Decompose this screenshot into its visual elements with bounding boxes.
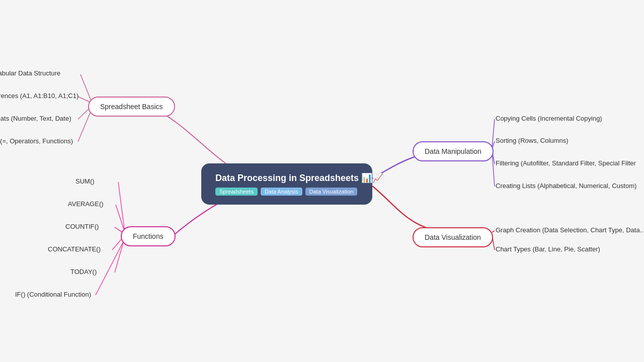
data-manipulation-node[interactable]: Data Manipulation	[413, 141, 494, 161]
center-node[interactable]: Data Processing in Spreadsheets 📊📈 Sprea…	[201, 163, 372, 205]
functions-label: Functions	[133, 232, 164, 240]
tag-data-analysis: Data Analysis	[261, 188, 302, 196]
leaf-sum: SUM()	[75, 177, 95, 185]
svg-line-5	[116, 205, 125, 232]
tag-data-visualization: Data Visualization	[305, 188, 358, 196]
svg-line-0	[80, 74, 92, 103]
leaf-references: erences (A1, A1:B10, A1;C1)	[0, 92, 78, 100]
functions-node[interactable]: Functions	[121, 226, 176, 246]
mindmap-canvas: Data Processing in Spreadsheets 📊📈 Sprea…	[0, 0, 644, 362]
center-title: Data Processing in Spreadsheets 📊📈	[215, 172, 383, 184]
leaf-copying: Copying Cells (Incremental Copying)	[496, 115, 602, 122]
data-visualization-node[interactable]: Data Visualization	[413, 227, 493, 247]
svg-line-14	[492, 231, 495, 232]
leaf-sorting: Sorting (Rows, Columns)	[496, 137, 569, 144]
tag-spreadsheets: Spreadsheets	[215, 188, 258, 196]
leaf-lists: Creating Lists (Alphabetical, Numerical,…	[496, 182, 636, 190]
leaf-today: TODAY()	[70, 268, 97, 276]
spreadsheet-basics-node[interactable]: Spreadsheet Basics	[88, 97, 175, 117]
leaf-filtering: Filtering (Autofilter, Standard Filter, …	[496, 159, 636, 167]
leaf-tabular: Tabular Data Structure	[0, 69, 60, 77]
svg-line-10	[492, 119, 495, 147]
leaf-countif: COUNTIF()	[65, 223, 99, 230]
svg-line-3	[78, 108, 92, 142]
leaf-concatenate: CONCATENATE()	[48, 245, 101, 253]
svg-line-4	[118, 182, 125, 232]
leaf-average: AVERAGE()	[68, 200, 104, 208]
leaf-graph: Graph Creation (Data Selection, Chart Ty…	[496, 226, 644, 234]
leaf-if: IF() (Conditional Function)	[15, 291, 91, 298]
spreadsheet-basics-label: Spreadsheet Basics	[100, 103, 163, 111]
center-tags: Spreadsheets Data Analysis Data Visualiz…	[215, 188, 357, 196]
leaf-formulas: s (=, Operators, Functions)	[0, 137, 73, 145]
data-manipulation-label: Data Manipulation	[425, 147, 481, 155]
data-visualization-label: Data Visualization	[425, 233, 481, 241]
leaf-chart-types: Chart Types (Bar, Line, Pie, Scatter)	[496, 245, 600, 253]
leaf-formats: mats (Number, Text, Date)	[0, 115, 71, 122]
svg-line-13	[492, 152, 495, 187]
